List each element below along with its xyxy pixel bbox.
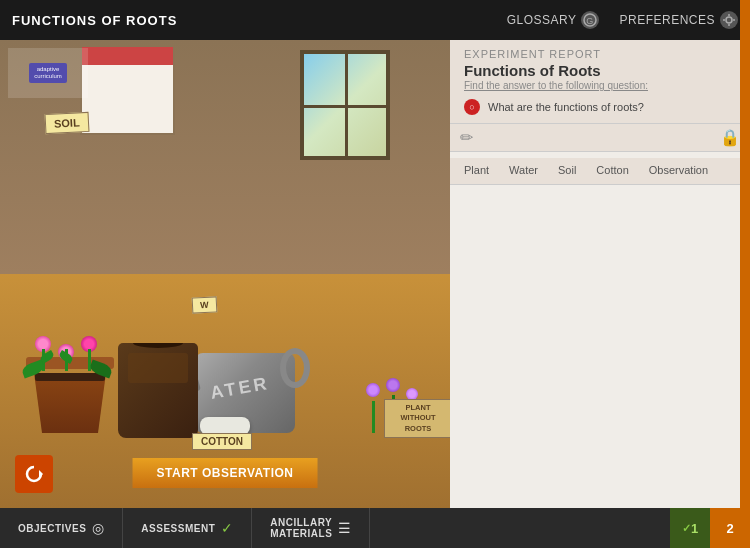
tab-soil[interactable]: Soil bbox=[548, 158, 586, 184]
tab-water[interactable]: Water bbox=[499, 158, 548, 184]
objectives-nav-item[interactable]: OBJECTIVES ◎ bbox=[0, 508, 123, 548]
page-numbers: ✓ 1 2 bbox=[670, 508, 750, 548]
assessment-label: ASSESSMENT bbox=[141, 523, 215, 534]
app-title: FUNCTIONS OF ROOTS bbox=[12, 13, 177, 28]
experiment-report-header: EXPERIMENT REPORT Functions of Roots Fin… bbox=[450, 40, 750, 124]
glossary-label: GLOSSARY bbox=[507, 13, 577, 27]
ancillary-materials-icon: ☰ bbox=[338, 520, 351, 536]
objectives-label: OBJECTIVES bbox=[18, 523, 86, 534]
water-label: W bbox=[192, 296, 217, 313]
right-plant: PLANTWITHOUTROOTS bbox=[366, 378, 422, 433]
bottom-bar: OBJECTIVES ◎ ASSESSMENT ✓ ANCILLARY MATE… bbox=[0, 508, 750, 548]
cotton-label-container: COTTON bbox=[192, 433, 252, 450]
glossary-icon: G bbox=[581, 11, 599, 29]
glossary-button[interactable]: GLOSSARY G bbox=[507, 11, 600, 29]
reset-button[interactable] bbox=[15, 455, 53, 493]
plant-pot bbox=[30, 359, 114, 433]
scene: adaptive curriculum SOIL bbox=[0, 40, 450, 508]
top-bar: FUNCTIONS OF ROOTS GLOSSARY G PREFERENCE… bbox=[0, 0, 750, 40]
lock-icon: 🔒 bbox=[720, 128, 740, 147]
assessment-check-icon: ✓ bbox=[221, 520, 233, 536]
top-bar-right: GLOSSARY G PREFERENCES bbox=[507, 11, 738, 29]
question-text: What are the functions of roots? bbox=[488, 101, 644, 113]
start-observation-button[interactable]: START OBSERVATION bbox=[133, 458, 318, 488]
soil-label: SOIL bbox=[45, 112, 90, 134]
tab-observation[interactable]: Observation bbox=[639, 158, 718, 184]
edit-bar: ✏ 🔒 bbox=[450, 124, 750, 152]
panel-body bbox=[450, 185, 750, 508]
calendar-top bbox=[82, 47, 173, 65]
tab-plant[interactable]: Plant bbox=[454, 158, 499, 184]
experiment-title: Functions of Roots bbox=[464, 62, 736, 79]
preferences-button[interactable]: PREFERENCES bbox=[619, 11, 738, 29]
preferences-icon bbox=[720, 11, 738, 29]
ancillary-materials-label: ANCILLARY MATERIALS bbox=[270, 517, 332, 539]
experiment-report-title: EXPERIMENT REPORT bbox=[464, 48, 736, 60]
tab-cotton[interactable]: Cotton bbox=[586, 158, 638, 184]
water-label-container: W bbox=[192, 297, 217, 313]
experiment-subtitle: Find the answer to the following questio… bbox=[464, 80, 736, 91]
color-bar bbox=[740, 0, 750, 548]
question-row: ○ What are the functions of roots? bbox=[464, 99, 736, 115]
flower-2 bbox=[58, 336, 76, 371]
tabs-container: Plant Water Soil Cotton Observation bbox=[450, 158, 750, 185]
ancillary-materials-nav-item[interactable]: ANCILLARY MATERIALS ☰ bbox=[252, 508, 370, 548]
logo-text: adaptive curriculum bbox=[29, 63, 67, 83]
pot-body bbox=[30, 373, 110, 433]
soil-bag bbox=[118, 343, 198, 438]
pencil-icon: ✏ bbox=[460, 128, 473, 147]
preferences-label: PREFERENCES bbox=[619, 13, 715, 27]
page-1-button[interactable]: ✓ 1 bbox=[670, 508, 710, 548]
plant-without-roots-sign: PLANTWITHOUTROOTS bbox=[384, 399, 450, 439]
logo: adaptive curriculum bbox=[8, 48, 88, 98]
right-panel: EXPERIMENT REPORT Functions of Roots Fin… bbox=[450, 40, 750, 508]
scene-window bbox=[300, 50, 390, 160]
cotton-label: COTTON bbox=[192, 433, 252, 450]
objectives-icon: ◎ bbox=[92, 520, 104, 536]
can-handle bbox=[280, 348, 310, 388]
page-1-check: ✓ bbox=[682, 522, 691, 535]
water-text-on-can: ATER bbox=[209, 373, 271, 404]
scene-calendar bbox=[80, 45, 175, 135]
assessment-nav-item[interactable]: ASSESSMENT ✓ bbox=[123, 508, 252, 548]
svg-text:G: G bbox=[587, 16, 595, 26]
svg-point-2 bbox=[726, 17, 732, 23]
soil-top bbox=[35, 373, 105, 381]
question-icon: ○ bbox=[464, 99, 480, 115]
main-content: adaptive curriculum SOIL bbox=[0, 40, 750, 508]
